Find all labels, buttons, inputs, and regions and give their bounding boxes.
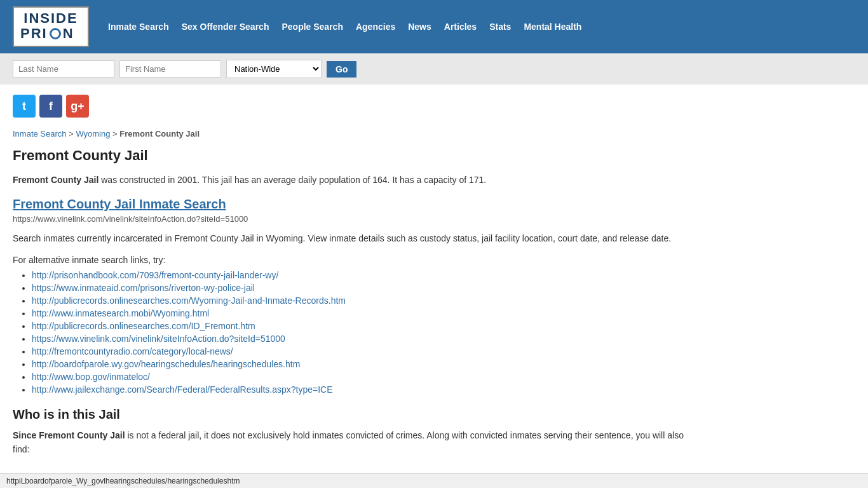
- alt-link-5[interactable]: https://www.vinelink.com/vinelink/siteIn…: [32, 334, 285, 344]
- twitter-icon[interactable]: t: [13, 95, 36, 118]
- list-item: http://boardofparole.wy.gov/hearingsched…: [32, 359, 686, 369]
- alt-link-7[interactable]: http://boardofparole.wy.gov/hearingsched…: [32, 359, 300, 369]
- last-name-input[interactable]: [13, 60, 114, 78]
- search-description: Search inmates currently incarcerated in…: [13, 231, 686, 245]
- who-section-title: Who is in this Jail: [13, 407, 686, 422]
- list-item: http://www.bop.gov/inmateloc/: [32, 372, 686, 382]
- breadcrumb: Inmate Search > Wyoming > Fremont County…: [13, 129, 686, 139]
- facebook-icon[interactable]: f: [39, 95, 62, 118]
- page-title: Fremont County Jail: [13, 147, 686, 164]
- list-item: https://www.vinelink.com/vinelink/siteIn…: [32, 334, 686, 344]
- who-description: Since Fremont County Jail is not a feder…: [13, 428, 686, 457]
- list-item: http://www.inmatesearch.mobi/Wyoming.htm…: [32, 308, 686, 318]
- logo-p: PRI: [20, 25, 48, 42]
- alt-link-4[interactable]: http://publicrecords.onlinesearches.com/…: [32, 321, 255, 331]
- breadcrumb-current: Fremont County Jail: [119, 129, 200, 139]
- logo-inside-text: INSIDE: [20, 11, 81, 25]
- nav-agencies[interactable]: Agencies: [356, 22, 395, 32]
- social-icons-bar: t f g+: [0, 85, 868, 123]
- site-logo[interactable]: INSIDE PRIN: [13, 6, 89, 47]
- nav-articles[interactable]: Articles: [444, 22, 477, 32]
- alt-link-9[interactable]: http://www.jailexchange.com/Search/Feder…: [32, 384, 333, 395]
- alt-links-intro: For alternative inmate search links, try…: [13, 255, 686, 265]
- alt-link-1[interactable]: https://www.inmateaid.com/prisons/rivert…: [32, 283, 255, 293]
- alt-link-3[interactable]: http://www.inmatesearch.mobi/Wyoming.htm…: [32, 308, 209, 318]
- breadcrumb-sep2: >: [112, 129, 119, 139]
- list-item: http://prisonhandbook.com/7093/fremont-c…: [32, 270, 686, 280]
- who-facility-name: Since Fremont County Jail: [13, 430, 125, 440]
- logo-n: N: [63, 25, 74, 42]
- alt-link-6[interactable]: http://fremontcountyradio.com/category/l…: [32, 346, 233, 356]
- nav-stats[interactable]: Stats: [489, 22, 511, 32]
- list-item: http://fremontcountyradio.com/category/l…: [32, 346, 686, 356]
- facility-name-bold: Fremont County Jail: [13, 175, 98, 185]
- inmate-search-link[interactable]: Fremont County Jail Inmate Search: [13, 197, 686, 212]
- breadcrumb-wyoming[interactable]: Wyoming: [76, 129, 110, 139]
- first-name-input[interactable]: [119, 60, 221, 78]
- alt-link-8[interactable]: http://www.bop.gov/inmateloc/: [32, 372, 150, 382]
- nav-news[interactable]: News: [408, 22, 431, 32]
- nav-people-search[interactable]: People Search: [281, 22, 343, 32]
- go-button[interactable]: Go: [327, 61, 356, 78]
- logo-prison-text: PRIN: [20, 25, 81, 42]
- facility-description: Fremont County Jail was constructed in 2…: [13, 173, 686, 187]
- breadcrumb-inmate-search[interactable]: Inmate Search: [13, 129, 67, 139]
- list-item: http://publicrecords.onlinesearches.com/…: [32, 295, 686, 306]
- nav-mental-health[interactable]: Mental Health: [524, 22, 581, 32]
- main-content: Inmate Search > Wyoming > Fremont County…: [0, 123, 699, 476]
- alt-link-2[interactable]: http://publicrecords.onlinesearches.com/…: [32, 295, 346, 306]
- nav-sex-offender-search[interactable]: Sex Offender Search: [182, 22, 269, 32]
- scope-select[interactable]: Nation-Wide: [226, 60, 322, 78]
- list-item: http://publicrecords.onlinesearches.com/…: [32, 321, 686, 331]
- list-item: http://www.jailexchange.com/Search/Feder…: [32, 384, 686, 395]
- site-header: INSIDE PRIN Inmate Search Sex Offender S…: [0, 0, 868, 53]
- nav-inmate-search[interactable]: Inmate Search: [108, 22, 169, 32]
- list-item: https://www.inmateaid.com/prisons/rivert…: [32, 283, 686, 293]
- alt-link-0[interactable]: http://prisonhandbook.com/7093/fremont-c…: [32, 270, 278, 280]
- breadcrumb-sep1: >: [69, 129, 76, 139]
- main-nav: Inmate Search Sex Offender Search People…: [108, 22, 581, 32]
- googleplus-icon[interactable]: g+: [66, 95, 89, 118]
- description-text: was constructed in 2001. This jail has a…: [98, 175, 486, 185]
- alt-links-list: http://prisonhandbook.com/7093/fremont-c…: [13, 270, 686, 395]
- vinelink-url-display: https://www.vinelink.com/vinelink/siteIn…: [13, 214, 686, 224]
- search-bar: Nation-Wide Go: [0, 53, 868, 85]
- status-bar: httpiLboardofparole_Wy_govlhearingschedu…: [0, 473, 868, 476]
- logo-o-icon: [50, 28, 61, 39]
